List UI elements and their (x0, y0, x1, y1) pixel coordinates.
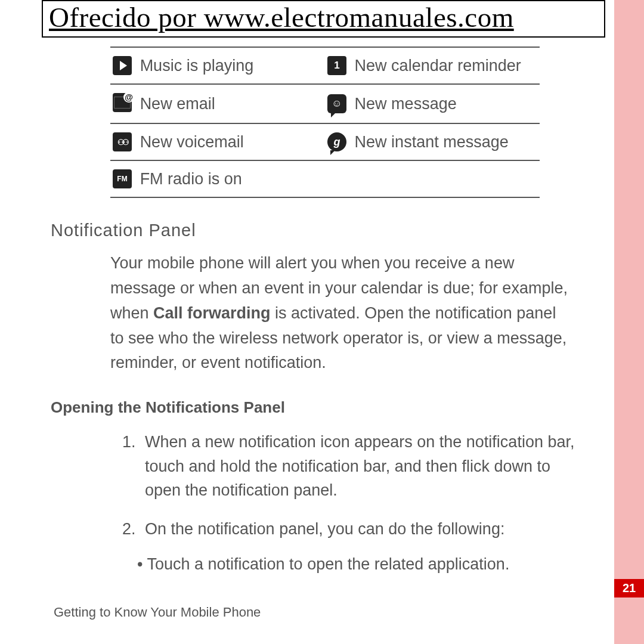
bullet-item: Touch a notification to open the related… (137, 555, 584, 574)
step-item: On the notification panel, you can do th… (140, 517, 584, 541)
icon-label (352, 160, 540, 197)
body-paragraph: Your mobile phone will alert you when yo… (110, 251, 572, 376)
subsection-heading-opening-panel: Opening the Notifications Panel (51, 398, 584, 417)
play-icon (113, 56, 132, 75)
icon-label: New instant message (352, 123, 540, 160)
table-row: FM radio is on (110, 160, 540, 197)
voicemail-icon (113, 132, 132, 151)
attribution-text: Ofrecido por www.electromanuales.com (49, 2, 514, 33)
instant-message-icon (327, 132, 346, 151)
calendar-icon (327, 56, 346, 75)
page-number-tab: 21 (614, 579, 644, 597)
footer-chapter-title: Getting to Know Your Mobile Phone (54, 605, 261, 620)
message-icon (327, 94, 346, 113)
icon-label: New email (138, 84, 325, 123)
steps-list: When a new notification icon appears on … (122, 430, 584, 541)
email-icon (113, 93, 132, 112)
bullet-list: Touch a notification to open the related… (137, 555, 584, 574)
fm-radio-icon (113, 169, 132, 188)
icon-label: Music is playing (138, 47, 325, 84)
table-row: New email New message (110, 84, 540, 123)
icon-label: New voicemail (138, 123, 325, 160)
bold-term-call-forwarding: Call forwarding (153, 304, 271, 322)
icon-label: New calendar reminder (352, 47, 540, 84)
step-item: When a new notification icon appears on … (140, 430, 584, 503)
icon-label: FM radio is on (138, 160, 325, 197)
table-row: New voicemail New instant message (110, 123, 540, 160)
attribution-box: Ofrecido por www.electromanuales.com (42, 0, 605, 38)
section-heading-notification-panel: Notification Panel (51, 221, 584, 240)
notification-icons-table: Music is playing New calendar reminder N… (110, 47, 540, 198)
icon-label: New message (352, 84, 540, 123)
table-row: Music is playing New calendar reminder (110, 47, 540, 84)
